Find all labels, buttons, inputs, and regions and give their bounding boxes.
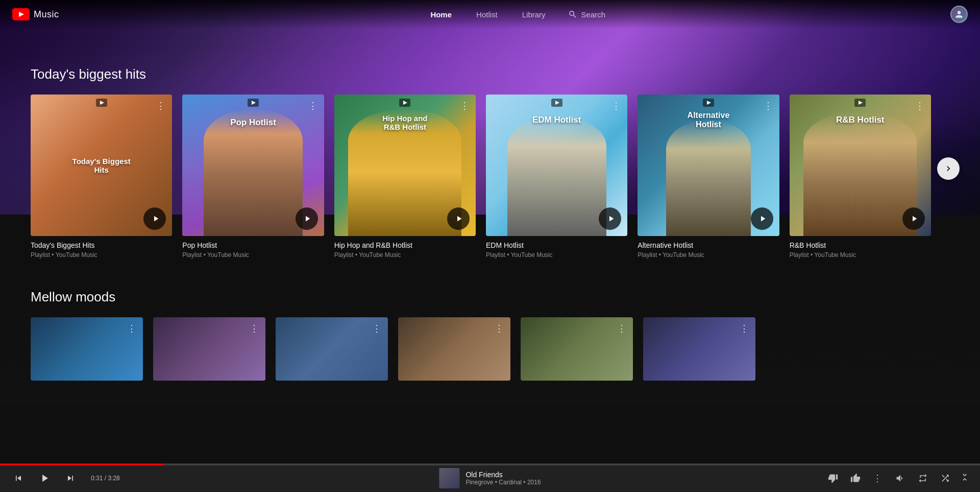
card-edm-hotlist[interactable]: EDM Hotlist ⋮ EDM Hot <box>486 95 627 259</box>
play-icon-5 <box>910 214 919 223</box>
player-track-sub: Pinegrove • Cardinal • 2016 <box>465 479 541 486</box>
card-hip-hop-rnb[interactable]: Hip Hop andR&B Hotlist ⋮ <box>334 95 476 259</box>
navbar-right <box>950 6 968 23</box>
thumbs-down-btn[interactable] <box>825 470 841 486</box>
mellow-card-1[interactable]: ⋮ <box>153 317 265 386</box>
user-avatar[interactable] <box>950 6 968 23</box>
player-info: Old Friends Pinegrove • Cardinal • 2016 <box>465 471 541 486</box>
mellow-menu-btn-0[interactable]: ⋮ <box>125 321 139 336</box>
expand-icon <box>960 472 970 482</box>
card-play-btn-0[interactable] <box>143 207 166 230</box>
yt-small-icon-5 <box>854 99 866 107</box>
card-menu-btn-3[interactable]: ⋮ <box>609 99 623 113</box>
mellow-menu-btn-1[interactable]: ⋮ <box>247 321 261 336</box>
skip-forward-btn[interactable] <box>62 470 79 486</box>
player-progress-fill <box>0 464 164 465</box>
play-pause-btn[interactable] <box>35 468 54 488</box>
mellow-card-2[interactable]: ⋮ <box>276 317 388 386</box>
card-pop-hotlist[interactable]: Pop Hotlist ⋮ <box>182 95 324 259</box>
player-track-title: Old Friends <box>465 471 541 479</box>
logo-text: Music <box>34 9 59 20</box>
card-yt-icon-4 <box>703 99 714 109</box>
skip-next-icon <box>65 473 76 483</box>
mellow-menu-btn-4[interactable]: ⋮ <box>615 321 629 336</box>
card-play-btn-3[interactable] <box>599 207 621 230</box>
skip-previous-icon <box>13 473 23 483</box>
chevron-right-icon <box>943 163 953 174</box>
shuffle-icon <box>940 473 950 483</box>
card-thumb-4: AlternativeHotlist ⋮ <box>638 95 779 236</box>
repeat-icon <box>918 473 928 483</box>
player-track-info: Old Friends Pinegrove • Cardinal • 2016 <box>439 468 541 488</box>
card-thumb-5: R&B Hotlist ⋮ <box>790 95 931 236</box>
mellow-menu-btn-5[interactable]: ⋮ <box>737 321 751 336</box>
card-thumb-0: Today's BiggestHits ⋮ <box>31 95 172 236</box>
mellow-menu-btn-2[interactable]: ⋮ <box>370 321 384 336</box>
player-more-btn[interactable]: ⋮ <box>870 470 886 486</box>
mellow-thumb-3: ⋮ <box>398 317 510 381</box>
section-mellow-moods: Mellow moods ⋮ ⋮ ⋮ ⋮ <box>0 279 980 406</box>
card-sub-2: Playlist • YouTube Music <box>334 251 476 259</box>
card-label-0: Today's BiggestHits <box>72 157 131 174</box>
mellow-thumb-4: ⋮ <box>521 317 633 381</box>
mellow-card-5[interactable]: ⋮ <box>643 317 755 386</box>
volume-btn[interactable] <box>892 470 909 486</box>
mellow-thumb-0: ⋮ <box>31 317 143 381</box>
expand-btn[interactable] <box>960 472 970 484</box>
mellow-card-0[interactable]: ⋮ <box>31 317 143 386</box>
card-yt-icon-3 <box>551 99 562 109</box>
mellow-menu-btn-3[interactable]: ⋮ <box>492 321 506 336</box>
time-current: 0:31 <box>91 475 103 482</box>
thumbs-up-btn[interactable] <box>847 470 864 486</box>
mellow-card-3[interactable]: ⋮ <box>398 317 510 386</box>
play-icon-1 <box>303 214 312 223</box>
main-content: Today's biggest hits Today's BiggestHits… <box>0 0 980 406</box>
card-title-1: Pop Hotlist <box>182 241 324 249</box>
search-icon <box>568 10 577 19</box>
repeat-btn[interactable] <box>915 470 931 486</box>
shuffle-btn[interactable] <box>937 470 953 486</box>
play-icon-4 <box>758 214 767 223</box>
card-yt-icon-0 <box>96 99 107 109</box>
card-thumb-2: Hip Hop andR&B Hotlist ⋮ <box>334 95 476 236</box>
player-bar: 0:31 / 3:28 Old Friends Pinegrove • Card… <box>0 463 980 492</box>
card-play-btn-5[interactable] <box>902 207 925 230</box>
play-icon <box>151 214 160 223</box>
card-play-btn-1[interactable] <box>296 207 318 230</box>
card-menu-btn-1[interactable]: ⋮ <box>306 99 320 113</box>
nav-link-library[interactable]: Library <box>512 6 556 23</box>
card-menu-btn-4[interactable]: ⋮ <box>761 99 775 113</box>
section-todays-biggest-hits: Today's biggest hits Today's BiggestHits… <box>0 66 980 279</box>
player-progress-track[interactable] <box>0 464 980 465</box>
skip-back-btn[interactable] <box>10 470 27 486</box>
nav-link-home[interactable]: Home <box>420 6 462 23</box>
card-play-btn-4[interactable] <box>751 207 773 230</box>
youtube-music-logo-icon <box>12 8 30 20</box>
mellow-thumb-5: ⋮ <box>643 317 755 381</box>
nav-link-hotlist[interactable]: Hotlist <box>466 6 508 23</box>
card-sub-0: Playlist • YouTube Music <box>31 251 172 259</box>
card-play-btn-2[interactable] <box>447 207 470 230</box>
card-menu-btn-5[interactable]: ⋮ <box>913 99 927 113</box>
card-thumb-3: EDM Hotlist ⋮ <box>486 95 627 236</box>
card-sub-3: Playlist • YouTube Music <box>486 251 627 259</box>
volume-icon <box>895 473 905 483</box>
nav-links: Home Hotlist Library Search <box>84 6 950 23</box>
player-track-thumbnail <box>439 468 459 488</box>
card-title-0: Today's Biggest Hits <box>31 241 172 249</box>
card-menu-btn-2[interactable]: ⋮ <box>457 99 472 113</box>
card-todays-biggest-hits[interactable]: Today's BiggestHits ⋮ Today's Bi <box>31 95 172 259</box>
logo[interactable]: Music <box>12 8 59 20</box>
thumbs-down-icon <box>828 473 838 483</box>
card-title-5: R&B Hotlist <box>790 241 931 249</box>
yt-small-icon-1 <box>248 99 259 107</box>
time-display: 0:31 / 3:28 <box>91 475 132 482</box>
card-title-4: Alternative Hotlist <box>638 241 779 249</box>
yt-small-icon-3 <box>551 99 562 107</box>
carousel-next-btn[interactable] <box>937 157 960 180</box>
mellow-card-4[interactable]: ⋮ <box>521 317 633 386</box>
card-menu-btn-0[interactable]: ⋮ <box>154 99 168 113</box>
card-alternative-hotlist[interactable]: AlternativeHotlist ⋮ <box>638 95 779 259</box>
nav-search[interactable]: Search <box>560 6 614 23</box>
card-rnb-hotlist[interactable]: R&B Hotlist ⋮ R&B Hot <box>790 95 931 259</box>
